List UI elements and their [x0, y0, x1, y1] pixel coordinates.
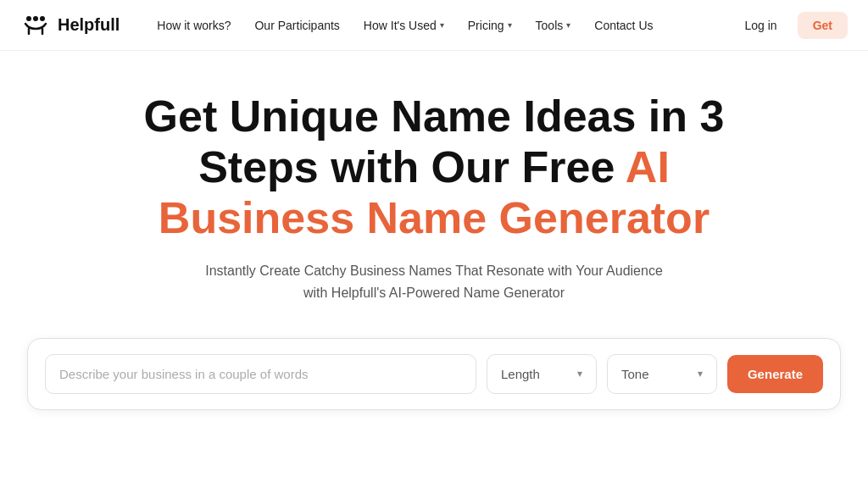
chevron-down-icon: ▾ — [440, 20, 444, 30]
svg-point-0 — [26, 16, 31, 21]
login-button[interactable]: Log in — [732, 12, 791, 39]
svg-point-2 — [40, 16, 45, 21]
nav-pricing[interactable]: Pricing ▾ — [458, 12, 522, 39]
nav-actions: Log in Get — [732, 12, 849, 39]
navbar: Helpfull How it works? Our Participants … — [0, 0, 868, 51]
business-description-input[interactable] — [45, 354, 476, 394]
nav-how-it-works[interactable]: How it works? — [147, 12, 241, 39]
generator-form: Length ▾ Tone ▾ Generate — [27, 338, 841, 410]
logo[interactable]: Helpfull — [20, 10, 120, 41]
get-button[interactable]: Get — [798, 12, 848, 39]
svg-point-1 — [33, 16, 38, 21]
hero-title: Get Unique Name Ideas in 3 Steps with Ou… — [103, 92, 765, 243]
nav-contact-us[interactable]: Contact Us — [584, 12, 663, 39]
hero-subtitle: Instantly Create Catchy Business Names T… — [197, 260, 671, 303]
nav-our-participants[interactable]: Our Participants — [244, 12, 349, 39]
generate-button[interactable]: Generate — [727, 355, 823, 393]
nav-how-its-used[interactable]: How It's Used ▾ — [353, 12, 454, 39]
hero-section: Get Unique Name Ideas in 3 Steps with Ou… — [0, 51, 868, 437]
tone-dropdown[interactable]: Tone ▾ — [607, 354, 717, 394]
length-dropdown[interactable]: Length ▾ — [487, 354, 597, 394]
chevron-down-icon: ▾ — [566, 20, 570, 30]
chevron-down-icon: ▾ — [508, 20, 512, 30]
logo-icon — [20, 10, 51, 41]
chevron-down-icon: ▾ — [577, 368, 582, 380]
logo-text: Helpfull — [58, 15, 120, 35]
nav-links: How it works? Our Participants How It's … — [147, 12, 731, 39]
chevron-down-icon: ▾ — [698, 368, 703, 380]
nav-tools[interactable]: Tools ▾ — [526, 12, 581, 39]
